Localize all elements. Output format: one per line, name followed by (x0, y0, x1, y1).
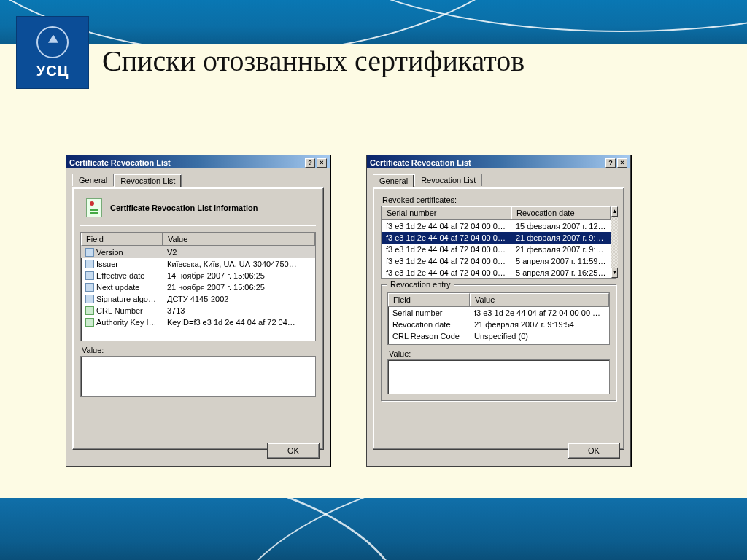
crl-info-heading: Certificate Revocation List Information (110, 203, 258, 212)
window-title: Certificate Revocation List (370, 158, 471, 167)
slide-top-band (0, 0, 747, 44)
close-button[interactable]: × (317, 158, 327, 168)
col-field[interactable]: Field (81, 233, 163, 246)
scroll-down-icon[interactable]: ▼ (611, 268, 619, 278)
logo: УСЦ (16, 16, 89, 89)
revoked-label: Revoked certificates: (382, 195, 616, 204)
crl-dialog-revlist: Certificate Revocation List ? × GeneralR… (366, 155, 631, 467)
tab-revocation-list[interactable]: Revocation List (414, 174, 482, 186)
tab-general[interactable]: General (373, 174, 414, 187)
crl-dialog-general: Certificate Revocation List ? × GeneralR… (66, 155, 330, 467)
logo-text: УСЦ (36, 63, 69, 79)
list-row[interactable]: VersionV2 (81, 246, 315, 258)
crl-icon (86, 198, 102, 217)
list-row[interactable]: f3 e3 1d 2e 44 04 af 72 04 00 00 00 …21 … (382, 244, 611, 255)
group-caption: Revocation entry (387, 280, 454, 289)
value-textbox[interactable] (387, 359, 610, 394)
scroll-up-icon[interactable]: ▲ (611, 206, 619, 217)
list-row[interactable]: IssuerКиївська, Київ, UA, UA-30404750… (81, 258, 315, 270)
list-row[interactable]: Next update21 ноября 2007 г. 15:06:25 (81, 281, 315, 293)
help-button[interactable]: ? (605, 158, 616, 168)
revoked-listview[interactable]: Serial number Revocation date f3 e3 1d 2… (381, 206, 616, 279)
ok-button[interactable]: OK (267, 443, 320, 459)
list-row[interactable]: f3 e3 1d 2e 44 04 af 72 04 00 00 00 …21 … (382, 232, 611, 244)
entry-listview[interactable]: Field Value Serial numberf3 e3 1d 2e 44 … (387, 292, 610, 345)
list-row[interactable]: CRL Number3713 (81, 305, 315, 316)
logo-seal-icon (36, 26, 69, 58)
tab-revocation-list[interactable]: Revocation List (114, 174, 182, 187)
col-field[interactable]: Field (388, 293, 470, 306)
value-label: Value: (82, 346, 316, 354)
scrollbar[interactable]: ▲ ▼ (611, 206, 619, 278)
field-listview[interactable]: Field Value VersionV2IssuerКиївська, Киї… (80, 232, 316, 341)
list-row[interactable]: f3 e3 1d 2e 44 04 af 72 04 00 00 00 …5 а… (382, 267, 611, 278)
col-revdate[interactable]: Revocation date (511, 206, 611, 219)
tab-row: GeneralRevocation List (373, 173, 624, 187)
window-title: Certificate Revocation List (69, 158, 171, 167)
revocation-entry-group: Revocation entry Field Value Serial numb… (381, 284, 616, 401)
ok-button[interactable]: OK (568, 443, 620, 459)
separator (80, 225, 316, 226)
col-serial[interactable]: Serial number (382, 206, 511, 219)
list-row[interactable]: f3 e3 1d 2e 44 04 af 72 04 00 00 00 …5 а… (382, 255, 611, 267)
help-button[interactable]: ? (305, 158, 315, 168)
col-value[interactable]: Value (470, 293, 609, 306)
list-row[interactable]: Authority Key Iden…KeyID=f3 e3 1d 2e 44 … (81, 316, 315, 328)
slide-title: Списки отозванных сертификатов (102, 44, 732, 78)
value-label: Value: (389, 349, 610, 358)
value-textbox[interactable] (80, 356, 316, 397)
tab-general[interactable]: General (72, 174, 114, 186)
list-row[interactable]: Revocation date21 февраля 2007 г. 9:19:5… (388, 319, 609, 330)
list-row[interactable]: Effective date14 ноября 2007 г. 15:06:25 (81, 270, 315, 281)
titlebar[interactable]: Certificate Revocation List ? × (66, 155, 330, 168)
list-row[interactable]: CRL Reason CodeUnspecified (0) (388, 330, 609, 342)
list-row[interactable]: Serial numberf3 e3 1d 2e 44 04 af 72 04 … (388, 307, 609, 319)
close-button[interactable]: × (617, 158, 627, 168)
list-row[interactable]: Signature algorithmДСТУ 4145-2002 (81, 293, 315, 305)
col-value[interactable]: Value (163, 233, 315, 246)
slide-bottom-band (0, 498, 747, 560)
list-row[interactable]: f3 e3 1d 2e 44 04 af 72 04 00 00 00 …15 … (382, 220, 611, 232)
titlebar[interactable]: Certificate Revocation List ? × (367, 155, 630, 168)
tab-row: GeneralRevocation List (72, 173, 324, 187)
